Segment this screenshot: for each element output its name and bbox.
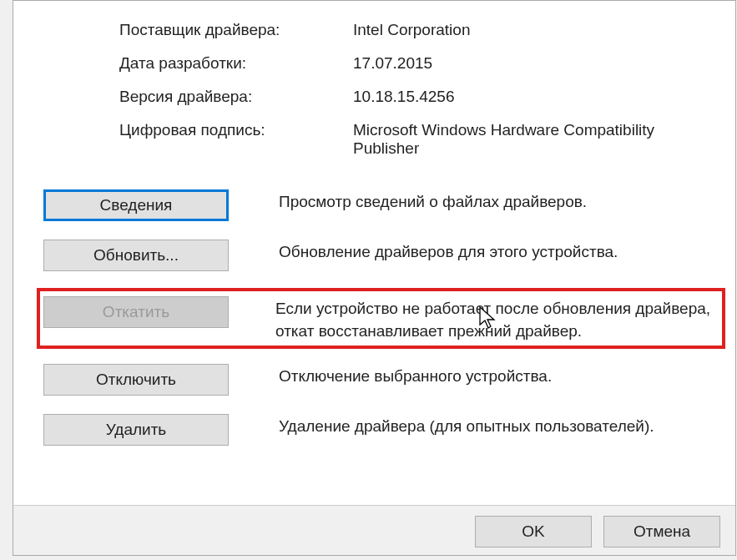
driver-properties-dialog: Поставщик драйвера: Intel Corporation Да…: [13, 0, 736, 556]
provider-row: Поставщик драйвера: Intel Corporation: [119, 21, 719, 39]
disable-description: Отключение выбранного устройства.: [279, 362, 552, 388]
cancel-button[interactable]: Отмена: [603, 516, 720, 547]
date-value: 17.07.2015: [353, 54, 719, 73]
delete-row: Удалить Удаление драйвера (для опытных п…: [43, 412, 719, 446]
version-row: Версия драйвера: 10.18.15.4256: [119, 88, 719, 106]
date-row: Дата разработки: 17.07.2015: [119, 54, 719, 73]
signature-row: Цифровая подпись: Microsoft Windows Hard…: [119, 121, 719, 158]
update-description: Обновление драйверов для этого устройств…: [279, 238, 618, 264]
version-label: Версия драйвера:: [119, 88, 353, 106]
details-row: Сведения Просмотр сведений о файлах драй…: [43, 188, 719, 221]
provider-label: Поставщик драйвера:: [119, 21, 353, 39]
delete-description: Удаление драйвера (для опытных пользоват…: [279, 412, 654, 438]
update-row: Обновить... Обновление драйверов для это…: [43, 238, 719, 271]
details-description: Просмотр сведений о файлах драйверов.: [279, 188, 587, 214]
details-button[interactable]: Сведения: [43, 189, 229, 221]
signature-label: Цифровая подпись:: [119, 121, 353, 158]
rollback-button: Откатить: [43, 296, 229, 328]
dialog-footer: OK Отмена: [13, 505, 735, 555]
version-value: 10.18.15.4256: [353, 88, 719, 106]
disable-row: Отключить Отключение выбранного устройст…: [43, 362, 719, 396]
delete-button[interactable]: Удалить: [43, 414, 229, 446]
driver-info-section: Поставщик драйвера: Intel Corporation Да…: [13, 1, 735, 181]
signature-value: Microsoft Windows Hardware Compatibility…: [353, 121, 719, 158]
rollback-row: Откатить Если устройство не работает пос…: [37, 288, 725, 349]
provider-value: Intel Corporation: [353, 21, 719, 39]
disable-button[interactable]: Отключить: [43, 364, 229, 396]
update-button[interactable]: Обновить...: [43, 240, 229, 271]
driver-actions-section: Сведения Просмотр сведений о файлах драй…: [13, 181, 735, 446]
date-label: Дата разработки:: [119, 54, 353, 73]
rollback-description: Если устройство не работает после обновл…: [275, 295, 719, 342]
ok-button[interactable]: OK: [475, 516, 592, 547]
